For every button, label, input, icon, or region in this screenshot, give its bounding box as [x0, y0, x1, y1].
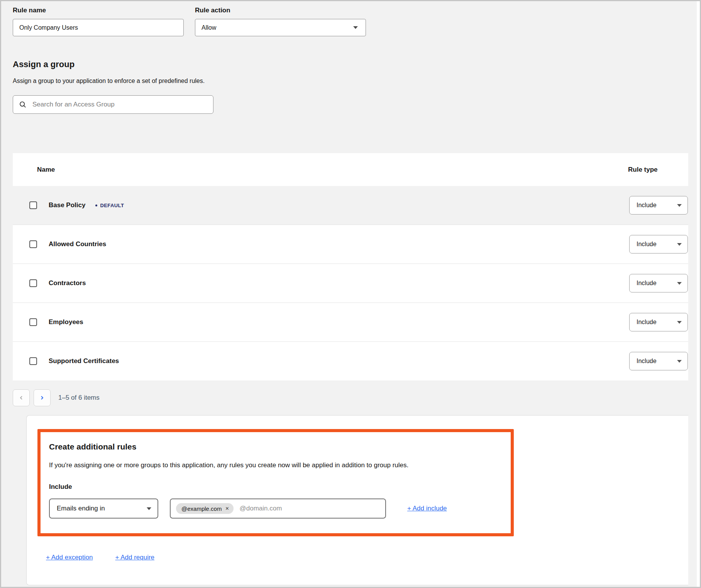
rule-action-label: Rule action: [195, 7, 366, 14]
add-exception-link[interactable]: + Add exception: [46, 554, 93, 561]
table-row: Supported Certificates Include: [13, 341, 688, 380]
create-additional-rules-title: Create additional rules: [49, 442, 503, 451]
bullet-icon: [95, 204, 97, 206]
email-tag: @example.com ✕: [176, 503, 234, 514]
group-name: Employees: [49, 318, 83, 326]
search-icon: [19, 101, 26, 108]
rule-type-dropdown[interactable]: Include: [629, 352, 688, 370]
access-group-table: Name Rule type Base Policy DEFAULT Inclu…: [13, 153, 688, 380]
rule-type-dropdown[interactable]: Include: [629, 235, 688, 253]
default-badge: DEFAULT: [95, 203, 124, 208]
rule-name-field: Rule name: [13, 7, 184, 36]
chevron-down-icon: [677, 360, 682, 363]
row-checkbox[interactable]: [29, 357, 37, 365]
next-page-button[interactable]: [34, 389, 51, 406]
rule-type-value: Include: [637, 358, 657, 365]
close-icon[interactable]: ✕: [225, 506, 229, 511]
create-additional-rules-description: If you're assigning one or more groups t…: [49, 461, 503, 469]
rule-action-dropdown[interactable]: Allow: [195, 19, 366, 36]
table-row: Contractors Include: [13, 264, 688, 302]
settings-page: Rule name Rule action Allow Assign a gro…: [0, 0, 701, 588]
search-input[interactable]: [32, 100, 207, 109]
email-tag-label: @example.com: [181, 505, 222, 512]
include-rule-row: Emails ending in @example.com ✕ @domain.…: [49, 498, 503, 519]
rule-type-dropdown[interactable]: Include: [629, 313, 688, 331]
table-header: Name Rule type: [13, 153, 688, 186]
chevron-down-icon: [353, 26, 358, 29]
chevron-left-icon: [19, 395, 24, 401]
assign-group-description: Assign a group to your application to en…: [13, 78, 688, 84]
table-row: Employees Include: [13, 302, 688, 341]
rule-type-value: Include: [637, 319, 657, 326]
rule-fields-row: Rule name Rule action Allow: [13, 7, 688, 36]
row-checkbox[interactable]: [29, 318, 37, 326]
rule-type-dropdown[interactable]: Include: [629, 274, 688, 292]
chevron-down-icon: [147, 507, 151, 510]
add-require-link[interactable]: + Add require: [115, 554, 154, 561]
include-label: Include: [49, 483, 503, 491]
group-name: Contractors: [49, 279, 86, 287]
column-header-name: Name: [13, 166, 628, 174]
table-row: Allowed Countries Include: [13, 225, 688, 264]
access-group-search[interactable]: [13, 95, 213, 114]
previous-page-button[interactable]: [13, 389, 30, 406]
additional-rules-card: Create additional rules If you're assign…: [26, 415, 688, 585]
rule-name-label: Rule name: [13, 7, 184, 14]
row-checkbox[interactable]: [29, 240, 37, 248]
rule-action-value: Allow: [201, 24, 216, 31]
create-additional-rules-highlight: Create additional rules If you're assign…: [37, 429, 514, 536]
rule-type-value: Include: [637, 202, 657, 209]
rule-name-input[interactable]: [13, 19, 184, 36]
rule-action-field: Rule action Allow: [195, 7, 366, 36]
group-name: Base Policy: [49, 201, 85, 209]
email-domain-input[interactable]: @example.com ✕ @domain.com: [170, 498, 386, 519]
assign-group-title: Assign a group: [13, 59, 688, 69]
footer-links: + Add exception + Add require: [46, 554, 688, 561]
column-header-rule-type: Rule type: [628, 166, 688, 174]
row-checkbox[interactable]: [29, 201, 37, 209]
pagination-status: 1–5 of 6 items: [58, 394, 100, 402]
group-name: Allowed Countries: [49, 240, 106, 248]
page-content: Rule name Rule action Allow Assign a gro…: [1, 1, 700, 585]
condition-dropdown[interactable]: Emails ending in: [49, 498, 158, 519]
chevron-down-icon: [677, 321, 682, 324]
email-input-placeholder: @domain.com: [240, 505, 282, 512]
chevron-down-icon: [677, 282, 682, 285]
add-include-link[interactable]: + Add include: [407, 505, 447, 512]
pagination: 1–5 of 6 items: [13, 389, 688, 406]
chevron-right-icon: [40, 395, 44, 401]
chevron-down-icon: [677, 204, 682, 207]
rule-type-dropdown[interactable]: Include: [629, 196, 688, 215]
table-row: Base Policy DEFAULT Include: [13, 186, 688, 225]
group-name: Supported Certificates: [49, 357, 119, 365]
condition-value: Emails ending in: [57, 505, 105, 512]
row-checkbox[interactable]: [29, 279, 37, 287]
rule-type-value: Include: [637, 241, 657, 248]
rule-type-value: Include: [637, 280, 657, 287]
default-badge-label: DEFAULT: [100, 203, 124, 208]
chevron-down-icon: [677, 243, 682, 246]
